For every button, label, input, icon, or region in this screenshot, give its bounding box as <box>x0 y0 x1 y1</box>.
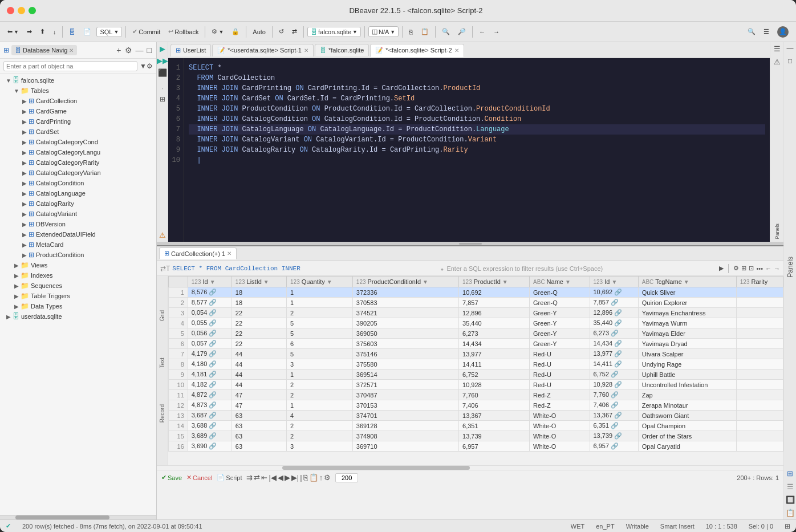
paste-icon-2[interactable]: 📋 <box>309 473 318 482</box>
cell-rarity[interactable] <box>736 287 783 298</box>
panels-label[interactable]: Panels <box>774 224 780 239</box>
col-header-rarity[interactable]: 123 Rarity <box>736 277 783 287</box>
tree-item-views[interactable]: ▶ 📁 Views <box>0 260 156 270</box>
table-row[interactable]: 143,688 🔗6323691286,351White-O6,351 🔗Opa… <box>169 421 783 431</box>
cell-id[interactable]: 3,688 🔗 <box>188 421 232 431</box>
run-script-icon[interactable]: ▶▶ <box>157 56 168 65</box>
table-row[interactable]: 50,056 🔗2253690506,273Green-Y6,273 🔗Yavi… <box>169 328 783 339</box>
script-button[interactable]: 📄 Script <box>217 474 242 481</box>
tree-toggle-dbversion[interactable]: ▶ <box>21 221 29 228</box>
col-filter-listid[interactable]: ▼ <box>263 279 269 285</box>
tree-toggle-productcondition[interactable]: ▶ <box>21 252 29 258</box>
cell-listid[interactable]: 63 <box>232 431 286 441</box>
cell-name[interactable]: Red-Z <box>530 400 590 411</box>
col-header-listid[interactable]: 123 ListId ▼ <box>232 277 286 287</box>
minimize-button[interactable] <box>18 7 25 14</box>
tree-item-catalogcategorylangu[interactable]: ▶ ⊞ CatalogCategoryLangu <box>0 147 156 157</box>
sidebar-scrollbar[interactable] <box>0 515 156 519</box>
cell-productid[interactable]: 6,752 <box>459 369 530 380</box>
tree-item-cardcollection[interactable]: ▶ ⊞ CardCollection <box>0 96 156 106</box>
results-expand-button[interactable]: ⊡ <box>749 265 754 272</box>
tab-falcon-script2[interactable]: 📝 *<falcon.sqlite> Script-2 ✕ <box>370 44 464 57</box>
db-icon-button[interactable]: 🗄 <box>66 27 78 36</box>
export-icon-1[interactable]: ⇉ <box>246 473 253 482</box>
cell-id2[interactable]: 13,739 🔗 <box>590 431 638 441</box>
cell-id[interactable]: 8,577 🔗 <box>188 298 232 308</box>
sidebar-search-input[interactable] <box>3 61 137 71</box>
cell-rarity[interactable] <box>736 318 783 328</box>
col-filter-id[interactable]: ▼ <box>210 279 216 285</box>
tree-item-catalogvariant[interactable]: ▶ ⊞ CatalogVariant <box>0 209 156 219</box>
table-row[interactable]: 163,690 🔗6333697106,957White-O6,957 🔗Opa… <box>169 441 783 452</box>
far-right-icon-2[interactable]: □ <box>788 57 792 65</box>
table-row[interactable]: 94,181 🔗4413695146,752Red-U6,752 🔗Uphill… <box>169 369 783 380</box>
col-filter-quantity[interactable]: ▼ <box>327 279 332 285</box>
results-copy-button[interactable]: ⊞ <box>741 265 746 272</box>
tree-toggle-catalogvariant[interactable]: ▶ <box>21 211 29 217</box>
db-conn-dropdown[interactable]: 🗄 falcon.sqlite ▼ <box>307 27 361 37</box>
cell-rarity[interactable] <box>736 369 783 380</box>
cell-quantity[interactable]: 2 <box>287 390 353 400</box>
cell-rarity[interactable] <box>736 431 783 441</box>
cell-name[interactable]: Red-U <box>530 359 590 369</box>
cell-productconditionid[interactable]: 370583 <box>352 298 458 308</box>
tree-item-data-types[interactable]: ▶ 📁 Data Types <box>0 301 156 311</box>
profile-button[interactable]: 👤 <box>774 25 791 39</box>
col-header-productid[interactable]: 123 ProductId ▼ <box>459 277 530 287</box>
cell-id2[interactable]: 6,273 🔗 <box>590 328 638 339</box>
cell-quantity[interactable]: 2 <box>287 380 353 390</box>
cell-name[interactable]: Red-U <box>530 349 590 359</box>
cell-listid[interactable]: 18 <box>232 287 286 298</box>
cell-id2[interactable]: 6,752 🔗 <box>590 369 638 380</box>
cell-productid[interactable]: 7,857 <box>459 298 530 308</box>
cell-id2[interactable]: 6,957 🔗 <box>590 441 638 452</box>
sidebar-tool-new[interactable]: + <box>115 44 122 56</box>
col-filter-name[interactable]: ▼ <box>565 279 571 285</box>
cell-listid[interactable]: 44 <box>232 359 286 369</box>
tree-item-catalogcategorycond[interactable]: ▶ ⊞ CatalogCategoryCond <box>0 137 156 147</box>
tree-toggle-catalogcategorylangu[interactable]: ▶ <box>21 149 29 156</box>
table-row[interactable]: 18,576 🔗18137233610,692Green-Q10,692 🔗Qu… <box>169 287 783 298</box>
tree-item-catalograrity[interactable]: ▶ ⊞ CatalogRarity <box>0 198 156 209</box>
tree-toggle-sequences[interactable]: ▶ <box>13 283 21 289</box>
nav-back-button[interactable]: ⬅ ▼ <box>5 27 22 36</box>
cell-quantity[interactable]: 4 <box>287 411 353 421</box>
cell-name[interactable]: Red-U <box>530 380 590 390</box>
cell-tcgname[interactable]: Order of the Stars <box>638 431 736 441</box>
results-filter-button[interactable]: ⚙ <box>733 265 739 272</box>
cancel-button[interactable]: ✕ Cancel <box>186 474 212 481</box>
cell-id2[interactable]: 7,760 🔗 <box>590 390 638 400</box>
sql-content[interactable]: SELECT * FROM CardCollection INNER JOIN … <box>184 58 770 242</box>
cell-rarity[interactable] <box>736 390 783 400</box>
sql-icon-button[interactable]: 📄 <box>80 27 94 36</box>
arrow-right-button[interactable]: → <box>490 27 502 36</box>
cell-name[interactable]: Green-Y <box>530 328 590 339</box>
cell-name[interactable]: White-O <box>530 431 590 441</box>
cell-quantity[interactable]: 3 <box>287 359 353 369</box>
cell-rarity[interactable] <box>736 349 783 359</box>
cell-productid[interactable]: 12,896 <box>459 308 530 318</box>
cell-id2[interactable]: 13,367 🔗 <box>590 411 638 421</box>
tree-toggle-cardset[interactable]: ▶ <box>21 129 29 135</box>
cell-quantity[interactable]: 5 <box>287 318 353 328</box>
tree-toggle-tables[interactable]: ▼ <box>13 88 21 94</box>
table-row[interactable]: 153,689 🔗63237490813,739White-O13,739 🔗O… <box>169 431 783 441</box>
cell-productconditionid[interactable]: 375603 <box>352 339 458 349</box>
cell-productconditionid[interactable]: 369710 <box>352 441 458 452</box>
table-row[interactable]: 124,873 🔗4713701537,406Red-Z7,406 🔗Zerap… <box>169 400 783 411</box>
cell-id[interactable]: 4,181 🔗 <box>188 369 232 380</box>
tree-item-catalogcategoryrarit[interactable]: ▶ ⊞ CatalogCategoryRarity <box>0 157 156 168</box>
arrow-left-button[interactable]: ← <box>476 27 488 36</box>
cell-name[interactable]: Green-Q <box>530 287 590 298</box>
tree-item-dbversion[interactable]: ▶ ⊞ DBVersion <box>0 219 156 229</box>
results-run-button[interactable]: ▶ <box>719 265 724 272</box>
cell-rarity[interactable] <box>736 380 783 390</box>
cell-listid[interactable]: 44 <box>232 380 286 390</box>
rollback-button[interactable]: ↩ Rollback <box>165 27 201 36</box>
cell-id[interactable]: 3,690 🔗 <box>188 441 232 452</box>
cell-productid[interactable]: 10,692 <box>459 287 530 298</box>
cell-productid[interactable]: 13,367 <box>459 411 530 421</box>
cell-productconditionid[interactable]: 370153 <box>352 400 458 411</box>
cell-productconditionid[interactable]: 369050 <box>352 328 458 339</box>
cell-rarity[interactable] <box>736 441 783 452</box>
